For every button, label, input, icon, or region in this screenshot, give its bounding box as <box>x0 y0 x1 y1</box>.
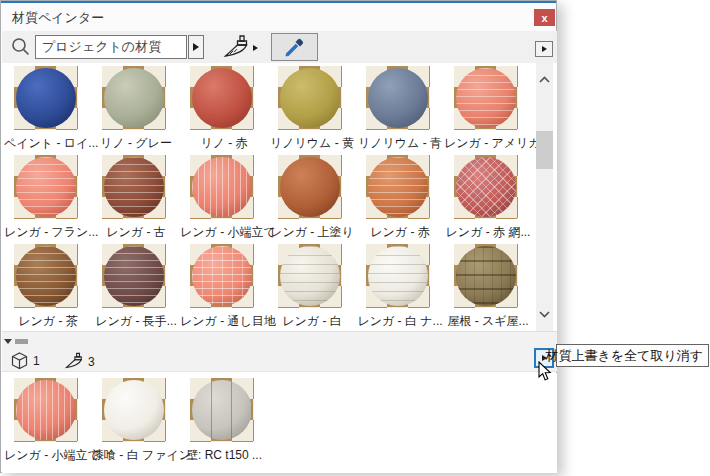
material-sphere <box>104 246 164 306</box>
material-label: リノ - 赤 <box>180 135 268 152</box>
material-thumbnail[interactable] <box>14 244 78 308</box>
paint-tool-group[interactable] <box>222 34 258 61</box>
material-label: 漆喰 - 白 ファイン <box>92 447 180 464</box>
material-thumbnail[interactable] <box>14 378 78 442</box>
material-tile[interactable]: レンガ - 赤 網... <box>444 154 532 243</box>
material-thumbnail[interactable] <box>14 155 78 219</box>
material-source-input[interactable] <box>35 35 187 59</box>
material-thumbnail[interactable] <box>454 244 518 308</box>
material-thumbnail[interactable] <box>278 66 342 130</box>
chevron-up-icon <box>539 76 550 83</box>
chevron-down-icon <box>539 311 550 318</box>
toolbar-flyout-button[interactable] <box>535 41 553 57</box>
material-sphere <box>456 157 516 217</box>
painted-count-group: 3 <box>64 352 95 371</box>
material-tile[interactable]: 壁: RC t150 ... <box>180 377 268 466</box>
material-tile[interactable]: リノ - グレー <box>92 65 180 154</box>
close-button[interactable]: x <box>534 9 555 26</box>
material-grid: ペイント - ロイ...リノ - グレーリノ - 赤リノリウム - 黄リノリウム… <box>4 65 534 332</box>
material-sphere <box>104 157 164 217</box>
paint-brush-icon <box>222 34 249 61</box>
overrides-bar: 1 3 <box>2 331 557 372</box>
material-label: リノリウム - 黄 <box>268 135 356 152</box>
material-tile[interactable]: レンガ - 赤 <box>356 154 444 243</box>
material-thumbnail[interactable] <box>278 244 342 308</box>
material-tile[interactable]: レンガ - 小端立て <box>4 377 92 466</box>
vertical-scrollbar[interactable] <box>536 63 553 331</box>
material-sphere <box>368 246 428 306</box>
material-thumbnail[interactable] <box>102 378 166 442</box>
splitter-collapse-icon[interactable] <box>4 339 12 344</box>
material-thumbnail[interactable] <box>102 66 166 130</box>
material-label: レンガ - 赤 <box>356 224 444 241</box>
surface-count-group: 1 <box>11 352 40 370</box>
material-tile[interactable]: 屋根 - スギ屋... <box>444 243 532 332</box>
material-sphere <box>16 68 76 128</box>
material-thumbnail[interactable] <box>454 155 518 219</box>
material-thumbnail[interactable] <box>190 155 254 219</box>
applied-materials-list: レンガ - 小端立て漆喰 - 白 ファイン壁: RC t150 ... <box>4 377 534 466</box>
material-tile[interactable]: レンガ - 茶 <box>4 243 92 332</box>
material-source-dropdown-button[interactable] <box>188 35 204 59</box>
material-thumbnail[interactable] <box>14 66 78 130</box>
material-sphere <box>280 68 340 128</box>
material-label: リノリウム - 青 <box>356 135 444 152</box>
material-tile[interactable]: レンガ - 白 ナ... <box>356 243 444 332</box>
material-sphere <box>16 246 76 306</box>
triangle-right-icon <box>542 46 547 52</box>
material-tile[interactable]: レンガ - 長手... <box>92 243 180 332</box>
scroll-down-button[interactable] <box>536 306 553 323</box>
material-thumbnail[interactable] <box>190 66 254 130</box>
material-thumbnail[interactable] <box>454 66 518 130</box>
material-tile[interactable]: レンガ - フラン... <box>4 154 92 243</box>
material-thumbnail[interactable] <box>366 155 430 219</box>
splitter-grip[interactable] <box>15 339 28 344</box>
material-thumbnail[interactable] <box>366 66 430 130</box>
material-label: レンガ - アメリカ... <box>444 135 532 152</box>
triangle-right-icon <box>193 43 199 51</box>
material-tile[interactable]: レンガ - 白 <box>268 243 356 332</box>
material-sphere <box>16 157 76 217</box>
material-label: レンガ - 長手... <box>92 313 180 330</box>
material-sphere <box>192 246 252 306</box>
material-grid-area: ペイント - ロイ...リノ - グレーリノ - 赤リノリウム - 黄リノリウム… <box>2 63 557 331</box>
material-label: レンガ - 茶 <box>4 313 92 330</box>
material-tile[interactable]: レンガ - 古 <box>92 154 180 243</box>
material-tile[interactable]: ペイント - ロイ... <box>4 65 92 154</box>
material-thumbnail[interactable] <box>278 155 342 219</box>
window-title: 材質ペインター <box>12 9 104 27</box>
material-tile[interactable]: リノリウム - 黄 <box>268 65 356 154</box>
material-painter-window: 材質ペインター x <box>0 0 557 473</box>
paint-options-dropdown-icon[interactable] <box>253 45 258 51</box>
material-thumbnail[interactable] <box>102 244 166 308</box>
material-tile[interactable]: レンガ - アメリカ... <box>444 65 532 154</box>
material-label: レンガ - 上塗り <box>268 224 356 241</box>
material-sphere <box>368 157 428 217</box>
material-tile[interactable]: リノ - 赤 <box>180 65 268 154</box>
material-tile[interactable]: レンガ - 上塗り <box>268 154 356 243</box>
material-label: 屋根 - スギ屋... <box>444 313 532 330</box>
material-label: 壁: RC t150 ... <box>180 447 268 464</box>
material-sphere <box>192 380 252 440</box>
eyedropper-toggle-button[interactable] <box>271 33 318 61</box>
scrollbar-thumb[interactable] <box>536 131 553 169</box>
material-tile[interactable]: レンガ - 小端立て <box>180 154 268 243</box>
material-source-combo <box>35 35 204 59</box>
scroll-up-button[interactable] <box>536 71 553 88</box>
tooltip: 材質上書きを全て取り消す <box>556 344 709 367</box>
material-tile[interactable]: レンガ - 通し目地 <box>180 243 268 332</box>
material-sphere <box>368 68 428 128</box>
material-thumbnail[interactable] <box>190 378 254 442</box>
painted-count: 3 <box>88 355 95 369</box>
material-sphere <box>192 68 252 128</box>
material-label: レンガ - 白 ナ... <box>356 313 444 330</box>
material-tile[interactable]: 漆喰 - 白 ファイン <box>92 377 180 466</box>
cube-icon <box>11 352 28 370</box>
material-sphere <box>104 68 164 128</box>
titlebar[interactable]: 材質ペインター x <box>1 3 556 31</box>
material-thumbnail[interactable] <box>190 244 254 308</box>
material-tile[interactable]: リノリウム - 青 <box>356 65 444 154</box>
material-label: レンガ - 小端立て <box>180 224 268 241</box>
material-thumbnail[interactable] <box>102 155 166 219</box>
material-thumbnail[interactable] <box>366 244 430 308</box>
